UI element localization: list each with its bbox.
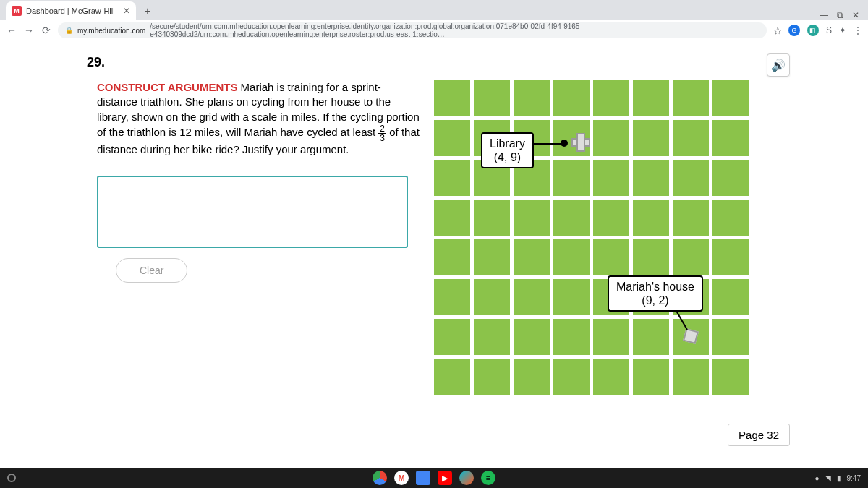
close-window-icon[interactable]: ✕: [852, 10, 859, 20]
docs-icon[interactable]: [416, 471, 430, 485]
s-icon[interactable]: S: [826, 25, 832, 35]
fraction: 23: [378, 124, 386, 142]
library-coord: (4, 9): [490, 150, 525, 164]
minimize-icon[interactable]: —: [820, 10, 828, 20]
question-column: CONSTRUCT ARGUMENTS Mariah is training f…: [87, 80, 420, 398]
favicon: M: [12, 6, 22, 16]
house-coord: (9, 2): [616, 294, 694, 307]
library-line: [529, 143, 564, 145]
browser-tab[interactable]: M Dashboard | McGraw-Hill ✕: [6, 1, 136, 20]
extension-icon-2[interactable]: ◧: [807, 25, 819, 36]
star-icon[interactable]: ☆: [773, 24, 783, 38]
close-tab-icon[interactable]: ✕: [123, 6, 130, 16]
reload-button[interactable]: ⟳: [41, 25, 52, 36]
extensions-icon[interactable]: ✦: [839, 25, 846, 35]
spotify-icon[interactable]: ≡: [481, 471, 495, 485]
new-tab-button[interactable]: +: [139, 3, 156, 20]
main-area: CONSTRUCT ARGUMENTS Mariah is training f…: [87, 80, 868, 398]
audio-button[interactable]: 🔊: [767, 53, 790, 77]
question-text: CONSTRUCT ARGUMENTS Mariah is training f…: [87, 80, 420, 157]
url-path: /secure/student/urn:com.mheducation.open…: [150, 22, 760, 38]
back-button[interactable]: ←: [6, 25, 17, 36]
tab-title: Dashboard | McGraw-Hill: [26, 7, 119, 15]
browser-chrome: M Dashboard | McGraw-Hill ✕ + — ⧉ ✕ ← → …: [0, 0, 868, 40]
forward-button[interactable]: →: [23, 25, 35, 36]
wifi-icon[interactable]: ◥: [825, 474, 831, 482]
tab-bar: M Dashboard | McGraw-Hill ✕ + — ⧉ ✕: [0, 0, 868, 20]
house-label: Mariah's house: [616, 280, 694, 294]
question-heading: CONSTRUCT ARGUMENTS: [97, 81, 237, 93]
gmail-icon[interactable]: M: [394, 471, 409, 485]
fraction-numerator: 2: [378, 124, 386, 134]
taskbar-apps: M ▶ ≡: [373, 471, 495, 485]
library-marker-v: [576, 133, 585, 152]
clear-button[interactable]: Clear: [116, 258, 187, 283]
page-label: Page 32: [728, 424, 790, 446]
play-icon[interactable]: [459, 471, 474, 485]
url-field[interactable]: 🔒 my.mheducation.com/secure/student/urn:…: [58, 22, 767, 38]
library-label: Library: [490, 137, 525, 150]
addr-icons: G ◧ S ✦ ⋮: [788, 25, 862, 36]
lock-icon: 🔒: [65, 27, 73, 34]
library-callout: Library (4, 9): [481, 132, 534, 168]
url-domain: my.mheducation.com: [77, 27, 145, 35]
grid-cells: [434, 80, 752, 398]
system-tray[interactable]: ● ◥ ▮ 9:47: [814, 474, 861, 482]
taskbar: M ▶ ≡ ● ◥ ▮ 9:47: [0, 468, 868, 488]
fraction-denominator: 3: [378, 134, 386, 142]
youtube-icon[interactable]: ▶: [438, 471, 452, 485]
launcher-icon[interactable]: [7, 474, 16, 482]
chrome-icon[interactable]: [373, 471, 387, 485]
clock: 9:47: [847, 474, 861, 482]
menu-icon[interactable]: ⋮: [854, 25, 862, 35]
map-grid: Library (4, 9) Mariah's house (9, 2): [434, 80, 752, 398]
notification-icon[interactable]: ●: [814, 474, 819, 482]
window-controls: — ⧉ ✕: [820, 10, 868, 20]
extension-icon-1[interactable]: G: [788, 25, 800, 36]
restore-icon[interactable]: ⧉: [837, 10, 843, 20]
question-number: 29.: [87, 55, 868, 70]
house-callout: Mariah's house (9, 2): [608, 275, 703, 312]
content-area: 🔊 29. CONSTRUCT ARGUMENTS Mariah is trai…: [0, 40, 868, 468]
address-bar: ← → ⟳ 🔒 my.mheducation.com/secure/studen…: [0, 20, 868, 40]
battery-icon[interactable]: ▮: [837, 474, 841, 482]
answer-input[interactable]: [97, 176, 408, 248]
